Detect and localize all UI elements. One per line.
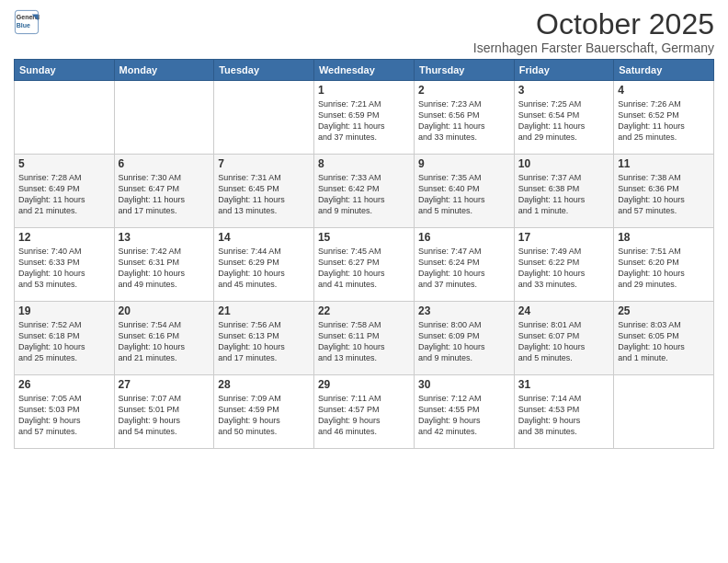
table-cell: 11Sunrise: 7:38 AM Sunset: 6:36 PM Dayli… [614,155,714,228]
table-cell [214,81,314,155]
day-number: 27 [119,378,210,391]
day-number: 11 [618,157,710,170]
table-cell [614,375,714,449]
header-tuesday: Tuesday [214,60,314,81]
header-thursday: Thursday [414,60,514,81]
day-number: 18 [618,231,710,244]
day-detail: Sunrise: 7:25 AM Sunset: 6:54 PM Dayligh… [518,98,609,144]
week-row-3: 12Sunrise: 7:40 AM Sunset: 6:33 PM Dayli… [15,228,714,302]
day-number: 21 [218,304,310,317]
day-number: 30 [418,378,510,391]
table-cell: 12Sunrise: 7:40 AM Sunset: 6:33 PM Dayli… [15,228,115,302]
day-detail: Sunrise: 7:12 AM Sunset: 4:55 PM Dayligh… [418,393,510,438]
day-number: 26 [18,378,110,391]
header-saturday: Saturday [614,60,714,81]
week-row-5: 26Sunrise: 7:05 AM Sunset: 5:03 PM Dayli… [15,375,714,449]
day-detail: Sunrise: 7:51 AM Sunset: 6:20 PM Dayligh… [618,246,710,291]
title-block: October 2025 Isernhagen Farster Bauersch… [473,9,714,55]
table-cell: 26Sunrise: 7:05 AM Sunset: 5:03 PM Dayli… [15,375,115,449]
day-number: 2 [418,84,510,97]
day-detail: Sunrise: 7:42 AM Sunset: 6:31 PM Dayligh… [119,246,210,291]
day-detail: Sunrise: 7:52 AM Sunset: 6:18 PM Dayligh… [18,319,110,364]
table-cell: 9Sunrise: 7:35 AM Sunset: 6:40 PM Daylig… [414,155,514,228]
logo: General Blue [14,9,40,35]
day-detail: Sunrise: 7:23 AM Sunset: 6:56 PM Dayligh… [418,98,510,144]
day-detail: Sunrise: 8:03 AM Sunset: 6:05 PM Dayligh… [618,319,710,364]
table-cell: 17Sunrise: 7:49 AM Sunset: 6:22 PM Dayli… [514,228,613,302]
day-detail: Sunrise: 7:07 AM Sunset: 5:01 PM Dayligh… [119,393,210,438]
table-cell: 8Sunrise: 7:33 AM Sunset: 6:42 PM Daylig… [313,155,414,228]
table-cell: 7Sunrise: 7:31 AM Sunset: 6:45 PM Daylig… [214,155,314,228]
header-wednesday: Wednesday [313,60,414,81]
table-cell: 13Sunrise: 7:42 AM Sunset: 6:31 PM Dayli… [114,228,214,302]
day-detail: Sunrise: 7:09 AM Sunset: 4:59 PM Dayligh… [218,393,310,438]
table-cell: 1Sunrise: 7:21 AM Sunset: 6:59 PM Daylig… [313,81,414,155]
day-number: 13 [119,231,210,244]
day-number: 4 [618,84,710,97]
table-cell: 31Sunrise: 7:14 AM Sunset: 4:53 PM Dayli… [514,375,613,449]
day-detail: Sunrise: 7:38 AM Sunset: 6:36 PM Dayligh… [618,172,710,217]
day-detail: Sunrise: 7:44 AM Sunset: 6:29 PM Dayligh… [218,246,310,291]
day-detail: Sunrise: 7:30 AM Sunset: 6:47 PM Dayligh… [119,172,210,217]
day-number: 14 [218,231,310,244]
logo-icon: General Blue [14,9,40,35]
day-detail: Sunrise: 7:28 AM Sunset: 6:49 PM Dayligh… [18,172,110,217]
header-friday: Friday [514,60,613,81]
day-detail: Sunrise: 7:26 AM Sunset: 6:52 PM Dayligh… [618,98,710,144]
day-detail: Sunrise: 7:14 AM Sunset: 4:53 PM Dayligh… [518,393,609,438]
day-detail: Sunrise: 7:56 AM Sunset: 6:13 PM Dayligh… [218,319,310,364]
day-number: 28 [218,378,310,391]
day-number: 29 [318,378,410,391]
table-cell [114,81,214,155]
day-number: 1 [318,84,410,97]
day-detail: Sunrise: 7:35 AM Sunset: 6:40 PM Dayligh… [418,172,510,217]
day-number: 31 [518,378,609,391]
day-number: 3 [518,84,609,97]
day-detail: Sunrise: 7:45 AM Sunset: 6:27 PM Dayligh… [318,246,410,291]
day-detail: Sunrise: 7:47 AM Sunset: 6:24 PM Dayligh… [418,246,510,291]
table-cell: 10Sunrise: 7:37 AM Sunset: 6:38 PM Dayli… [514,155,613,228]
day-number: 23 [418,304,510,317]
day-number: 12 [18,231,110,244]
svg-text:Blue: Blue [17,22,30,29]
day-number: 7 [218,157,310,170]
day-number: 17 [518,231,609,244]
header-monday: Monday [114,60,214,81]
day-number: 25 [618,304,710,317]
table-cell: 14Sunrise: 7:44 AM Sunset: 6:29 PM Dayli… [214,228,314,302]
location-title: Isernhagen Farster Bauerschaft, Germany [473,40,714,55]
calendar-table: Sunday Monday Tuesday Wednesday Thursday… [14,59,714,449]
page-container: General Blue October 2025 Isernhagen Far… [0,0,728,456]
table-cell: 16Sunrise: 7:47 AM Sunset: 6:24 PM Dayli… [414,228,514,302]
table-cell: 30Sunrise: 7:12 AM Sunset: 4:55 PM Dayli… [414,375,514,449]
day-number: 24 [518,304,609,317]
table-cell: 24Sunrise: 8:01 AM Sunset: 6:07 PM Dayli… [514,302,613,375]
table-cell: 6Sunrise: 7:30 AM Sunset: 6:47 PM Daylig… [114,155,214,228]
table-cell: 28Sunrise: 7:09 AM Sunset: 4:59 PM Dayli… [214,375,314,449]
day-number: 16 [418,231,510,244]
header: General Blue October 2025 Isernhagen Far… [14,9,714,55]
table-cell: 18Sunrise: 7:51 AM Sunset: 6:20 PM Dayli… [614,228,714,302]
table-cell: 23Sunrise: 8:00 AM Sunset: 6:09 PM Dayli… [414,302,514,375]
day-number: 19 [18,304,110,317]
table-cell: 29Sunrise: 7:11 AM Sunset: 4:57 PM Dayli… [313,375,414,449]
day-number: 8 [318,157,410,170]
day-detail: Sunrise: 7:58 AM Sunset: 6:11 PM Dayligh… [318,319,410,364]
week-row-1: 1Sunrise: 7:21 AM Sunset: 6:59 PM Daylig… [15,81,714,155]
day-detail: Sunrise: 7:40 AM Sunset: 6:33 PM Dayligh… [18,246,110,291]
day-number: 20 [119,304,210,317]
day-detail: Sunrise: 8:00 AM Sunset: 6:09 PM Dayligh… [418,319,510,364]
table-cell: 4Sunrise: 7:26 AM Sunset: 6:52 PM Daylig… [614,81,714,155]
week-row-2: 5Sunrise: 7:28 AM Sunset: 6:49 PM Daylig… [15,155,714,228]
day-detail: Sunrise: 7:05 AM Sunset: 5:03 PM Dayligh… [18,393,110,438]
day-number: 9 [418,157,510,170]
table-cell: 25Sunrise: 8:03 AM Sunset: 6:05 PM Dayli… [614,302,714,375]
day-detail: Sunrise: 7:54 AM Sunset: 6:16 PM Dayligh… [119,319,210,364]
day-detail: Sunrise: 7:37 AM Sunset: 6:38 PM Dayligh… [518,172,609,217]
day-detail: Sunrise: 7:49 AM Sunset: 6:22 PM Dayligh… [518,246,609,291]
day-number: 10 [518,157,609,170]
table-cell: 2Sunrise: 7:23 AM Sunset: 6:56 PM Daylig… [414,81,514,155]
day-detail: Sunrise: 8:01 AM Sunset: 6:07 PM Dayligh… [518,319,609,364]
day-number: 15 [318,231,410,244]
month-title: October 2025 [473,9,714,39]
